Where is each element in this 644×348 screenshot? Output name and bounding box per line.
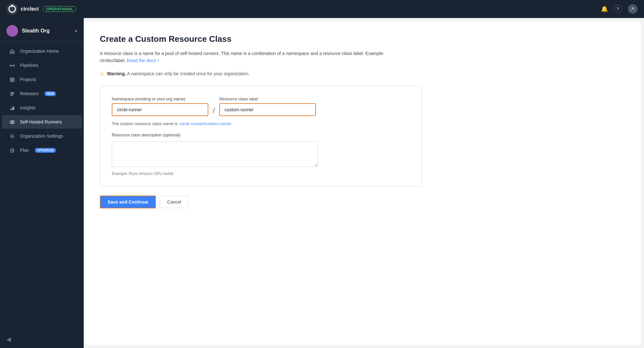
sidebar-item-self-hosted-runners[interactable]: Self-Hosted Runners — [2, 115, 82, 129]
logo[interactable]: circleci — [6, 3, 39, 15]
sidebar-item-insights[interactable]: Insights — [2, 101, 82, 114]
warning-bold: Warning. — [107, 71, 126, 76]
svg-rect-10 — [10, 92, 14, 93]
svg-point-17 — [12, 135, 13, 137]
save-continue-button[interactable]: Save and Continue — [100, 196, 156, 208]
page-title: Create a Custom Resource Class — [100, 34, 625, 44]
topnav-right: 🔔 ? — [601, 4, 638, 14]
svg-point-2 — [11, 5, 14, 7]
sidebar: Stealth Org ▾ Organization Home Pipeline… — [0, 18, 84, 348]
help-icon[interactable]: ? — [614, 5, 622, 13]
logo-text: circleci — [21, 6, 39, 12]
docs-link[interactable]: Read the docs ↗ — [127, 57, 159, 64]
sidebar-item-label: Releases — [20, 91, 39, 96]
fields-row: Namespace (existing or your org name) / … — [112, 96, 410, 116]
sidebar-item-org-home[interactable]: Organization Home — [2, 44, 82, 58]
home-icon — [9, 48, 15, 54]
warning-box: ⚠ Warning. A namespace can only be creat… — [100, 71, 625, 77]
settings-icon — [9, 133, 15, 139]
sidebar-item-label: Organization Settings — [20, 133, 63, 139]
sidebar-item-label: Projects — [20, 77, 36, 82]
sidebar-item-projects[interactable]: Projects — [2, 73, 82, 86]
org-avatar — [6, 25, 18, 37]
releases-icon — [9, 91, 15, 96]
resource-class-name-display: The custom resource class name is :circl… — [112, 121, 410, 126]
org-name: Stealth Org — [22, 28, 71, 34]
sidebar-item-label: Plan — [20, 148, 29, 153]
notification-icon[interactable]: 🔔 — [601, 5, 608, 13]
avatar[interactable] — [628, 4, 638, 14]
svg-rect-13 — [10, 109, 11, 110]
warning-text: A namespace can only be created once for… — [127, 71, 250, 76]
plan-icon — [9, 147, 15, 153]
projects-icon — [9, 77, 15, 82]
sidebar-item-label: Self-Hosted Runners — [20, 119, 62, 124]
svg-rect-7 — [13, 78, 14, 79]
org-header[interactable]: Stealth Org ▾ — [0, 21, 84, 41]
upgrade-badge: UPGRADE — [35, 148, 56, 153]
namespace-input[interactable] — [112, 103, 208, 116]
sidebar-item-releases[interactable]: Releases NEW — [2, 87, 82, 100]
runners-icon — [9, 119, 15, 125]
sidebar-item-plan[interactable]: Plan UPGRADE — [2, 143, 82, 157]
top-navigation: circleci OPERATIONAL 🔔 ? — [0, 0, 644, 18]
svg-rect-14 — [12, 107, 13, 110]
form-card: Namespace (existing or your org name) / … — [100, 86, 422, 187]
description-field-group: Resource class description (optional) Ex… — [112, 133, 410, 176]
svg-rect-6 — [10, 78, 12, 79]
buttons-row: Save and Continue Cancel — [100, 196, 625, 208]
sidebar-item-label: Organization Home — [20, 49, 59, 54]
description-textarea[interactable] — [112, 141, 318, 167]
resource-class-input[interactable] — [219, 103, 316, 116]
status-badge: OPERATIONAL — [43, 6, 76, 12]
resource-class-label-field-group: Resource class label — [219, 96, 316, 116]
svg-rect-12 — [10, 95, 13, 96]
svg-rect-9 — [13, 80, 14, 82]
chevron-down-icon: ▾ — [75, 29, 77, 33]
resource-class-label: Resource class label — [219, 96, 316, 101]
collapse-sidebar-button[interactable]: ◀ — [6, 336, 11, 343]
svg-point-5 — [13, 65, 14, 66]
svg-rect-11 — [10, 94, 14, 94]
namespace-field-group: Namespace (existing or your org name) — [112, 96, 208, 116]
external-link-icon: ↗ — [156, 58, 159, 64]
namespace-label: Namespace (existing or your org name) — [112, 96, 208, 101]
warning-icon: ⚠ — [100, 71, 104, 77]
svg-rect-8 — [10, 80, 12, 82]
svg-point-4 — [10, 65, 11, 66]
new-badge: NEW — [44, 91, 56, 96]
sidebar-item-org-settings[interactable]: Organization Settings — [2, 129, 82, 143]
description-label: Resource class description (optional) — [112, 133, 410, 137]
main-content: Create a Custom Resource Class A resourc… — [84, 21, 641, 345]
page-description: A resource class is a name for a pool of… — [100, 50, 390, 64]
description-example: Example: Runs Amazon GPU builds — [112, 171, 410, 176]
resource-class-name-link[interactable]: circle-runner/custom-runner — [180, 121, 232, 126]
pipeline-icon — [9, 62, 15, 68]
cancel-button[interactable]: Cancel — [160, 196, 189, 208]
insights-icon — [9, 105, 15, 111]
field-separator: / — [208, 107, 219, 116]
svg-rect-15 — [13, 106, 14, 110]
sidebar-item-pipelines[interactable]: Pipelines — [2, 59, 82, 72]
sidebar-bottom: ◀ — [0, 331, 84, 348]
sidebar-item-label: Pipelines — [20, 63, 38, 68]
sidebar-item-label: Insights — [20, 105, 35, 110]
